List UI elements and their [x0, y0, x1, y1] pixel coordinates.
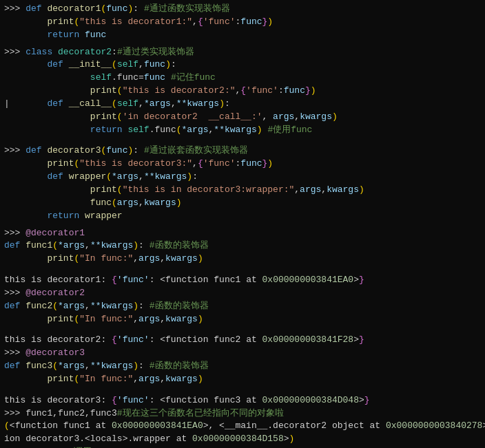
- output-line: this is decorator3: {'func': <function f…: [4, 394, 481, 407]
- code-line: print('in decorator2 __call__:', args,kw…: [4, 111, 481, 124]
- code-line: >>> @decorator3: [4, 347, 481, 360]
- code-line: return wrapper: [4, 210, 481, 223]
- code-line: >>> def decorator3(func): #通过嵌套函数实现装饰器: [4, 145, 481, 158]
- output-line: (<function func1 at 0x000000003841EA0>, …: [4, 420, 481, 433]
- code-line: print("this is decorator2:",{'func':func…: [4, 85, 481, 98]
- code-line: >>> @decorator1: [4, 227, 481, 240]
- output-line: this is decorator2: {'func': <function f…: [4, 334, 481, 347]
- code-line: print("In func:",args,kwargs): [4, 253, 481, 266]
- code-line: >>> @decorator2: [4, 287, 481, 300]
- code-line: def __init__(self,func):: [4, 58, 481, 72]
- code-line: def func1(*args,**kwargs): #函数的装饰器: [4, 239, 481, 253]
- code-line: print("this is decorator1:",{'func':func…: [4, 16, 481, 29]
- code-line: func(args,kwargs): [4, 197, 481, 210]
- code-line: print("this is in decorator3:wrapper:",a…: [4, 184, 481, 197]
- output-line: ion decorator3.<locals>.wrapper at 0x000…: [4, 433, 481, 446]
- code-line: print("In func:",args,kwargs): [4, 313, 481, 326]
- code-line: def func3(*args,**kwargs): #函数的装饰器: [4, 360, 481, 373]
- code-line: print("this is decorator3:",{'func':func…: [4, 158, 481, 171]
- code-line: self.func=func #记住func: [4, 72, 481, 85]
- code-line: >>> class decorator2:#通过类实现装饰器: [4, 46, 481, 59]
- code-line: print("In func:",args,kwargs): [4, 373, 481, 386]
- code-line: def func2(*args,**kwargs): #函数的装饰器: [4, 300, 481, 313]
- code-line: def wrapper(*args,**kwargs):: [4, 171, 481, 184]
- code-line: return func: [4, 29, 481, 42]
- terminal-window: >>> def decorator1(func): #通过函数实现装饰器 pri…: [0, 0, 485, 448]
- code-line: >>> def decorator1(func): #通过函数实现装饰器: [4, 3, 481, 16]
- output-line: >>> func1,func2,func3#现在这三个函数名已经指向不同的对象啦: [4, 407, 481, 420]
- code-line: | def __call__(self,*args,**kwargs):: [4, 98, 481, 111]
- output-line: this is decorator1: {'func': <function f…: [4, 274, 481, 287]
- code-line: return self.func(*args,**kwargs) #使用func: [4, 124, 481, 137]
